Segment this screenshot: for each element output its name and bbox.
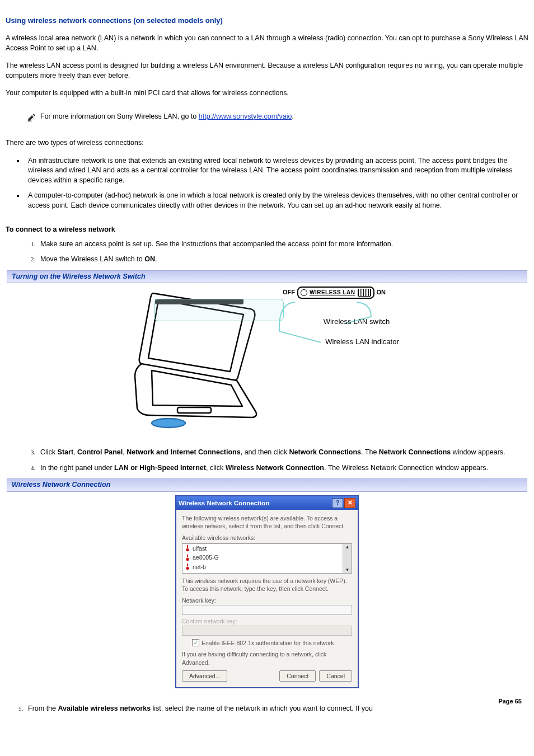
step-item: In the right panel under LAN or High-Spe… <box>37 463 528 473</box>
step-item: Make sure an access point is set up. See… <box>37 240 528 250</box>
off-label: OFF <box>283 288 295 297</box>
svg-rect-0 <box>177 407 211 413</box>
network-row[interactable]: ae8005-G <box>182 553 352 562</box>
checkbox-label: Enable IEEE 802.1x authentication for th… <box>202 639 334 647</box>
step-item: Move the Wireless LAN switch to ON. <box>37 255 528 265</box>
slider-icon <box>358 289 371 297</box>
network-key-input[interactable] <box>182 605 352 615</box>
section-title: Using wireless network connections (on s… <box>6 16 528 26</box>
figure-dialog: Wireless Network Connection ? ✕ The foll… <box>6 492 528 700</box>
switch-detail: OFF WIRELESS LAN ON <box>267 287 401 299</box>
page-number: Page 65 <box>498 697 522 706</box>
help-button[interactable]: ? <box>332 498 343 508</box>
network-row[interactable]: net-b <box>182 562 352 572</box>
connect-button[interactable]: Connect <box>279 670 316 682</box>
network-row[interactable]: ulfast <box>182 544 352 553</box>
bullet-list: An infrastructure network is one that ex… <box>6 156 528 211</box>
pencil-note-icon <box>27 112 37 125</box>
checkbox-icon[interactable]: ✓ <box>192 639 199 646</box>
procedure-heading: To connect to a wireless network <box>6 225 528 235</box>
close-button[interactable]: ✕ <box>344 498 355 508</box>
figure-wireless-switch: OFF WIRELESS LAN ON Wireless LAN switch … <box>6 283 528 443</box>
available-networks-list[interactable]: ulfast ae8005-G net-b ▲▼ <box>182 543 352 574</box>
svg-point-8 <box>186 567 189 570</box>
step-list-2: Click Start, Control Panel, Network and … <box>6 448 528 473</box>
list-item: A computer-to-computer (ad-hoc) network … <box>25 191 528 210</box>
svg-point-1 <box>152 419 185 428</box>
cancel-button[interactable]: Cancel <box>319 670 352 682</box>
switch-text: WIRELESS LAN <box>310 289 355 297</box>
svg-rect-3 <box>187 545 188 548</box>
svg-point-6 <box>186 558 189 561</box>
figure-caption: Wireless Network Connection <box>7 478 527 492</box>
step-list-1: Make sure an access point is set up. See… <box>6 240 528 265</box>
paragraph: A wireless local area network (LAN) is a… <box>6 34 528 53</box>
paragraph: The wireless LAN access point is designe… <box>6 61 528 81</box>
note-text: For more information on Sony Wireless LA… <box>40 112 294 122</box>
help-message: If you are having difficulty connecting … <box>182 650 352 666</box>
svg-rect-5 <box>187 555 188 557</box>
wireless-switch: WIRELESS LAN <box>297 287 374 299</box>
callout-indicator-label: Wireless LAN indicator <box>306 337 418 347</box>
scroll-down-icon[interactable]: ▼ <box>345 567 350 573</box>
confirm-key-input <box>182 626 352 636</box>
note-link[interactable]: http://www.sonystyle.com/vaio <box>199 112 292 120</box>
step-list-3: From the Available wireless networks lis… <box>6 704 528 714</box>
step-item: Click Start, Control Panel, Network and … <box>37 448 528 458</box>
note-block: For more information on Sony Wireless LA… <box>27 112 528 125</box>
svg-point-4 <box>186 548 189 551</box>
dialog-intro: The following wireless network(s) are av… <box>182 514 352 530</box>
network-key-label: Network key: <box>182 597 352 605</box>
scroll-up-icon[interactable]: ▲ <box>345 544 350 550</box>
wireless-connection-dialog: Wireless Network Connection ? ✕ The foll… <box>175 495 359 689</box>
paragraph: There are two types of wireless connecti… <box>6 138 528 148</box>
led-icon <box>301 289 307 296</box>
on-label: ON <box>377 288 386 297</box>
paragraph: Your computer is equipped with a built-i… <box>6 88 528 98</box>
callout-box <box>154 299 284 321</box>
wep-message: This wireless network requires the use o… <box>182 577 352 593</box>
ieee-checkbox-row[interactable]: ✓ Enable IEEE 802.1x authentication for … <box>192 639 352 647</box>
figure-caption: Turning on the Wireless Network Switch <box>7 270 527 284</box>
dialog-title: Wireless Network Connection <box>179 499 269 508</box>
callout-switch-label: Wireless LAN switch <box>306 317 407 327</box>
advanced-button[interactable]: Advanced... <box>182 670 227 682</box>
confirm-key-label: Confirm network key: <box>182 617 352 626</box>
dialog-titlebar: Wireless Network Connection ? ✕ <box>176 496 358 510</box>
callout-lines <box>267 298 401 365</box>
scrollbar[interactable]: ▲▼ <box>343 544 352 573</box>
step-item: From the Available wireless networks lis… <box>25 704 528 714</box>
list-item: An infrastructure network is one that ex… <box>25 156 528 186</box>
svg-rect-7 <box>187 564 188 566</box>
available-networks-label: Available wireless networks: <box>182 534 352 542</box>
